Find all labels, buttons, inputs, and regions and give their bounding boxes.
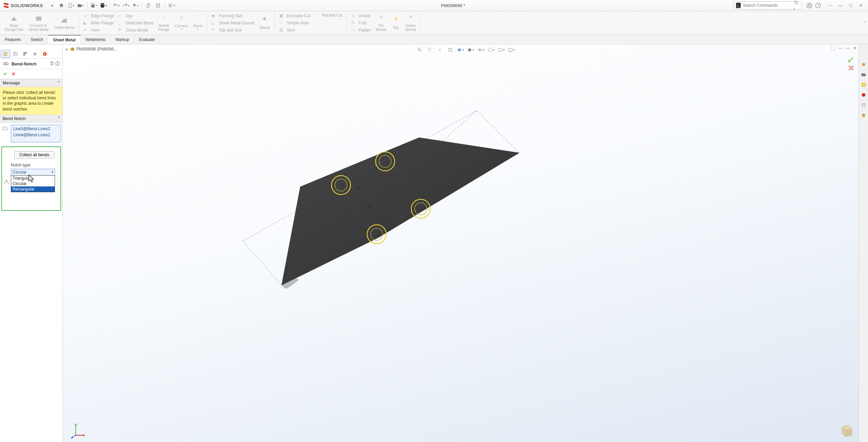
- search-commands[interactable]: ›_ ▾: [734, 1, 801, 9]
- fold-button[interactable]: ⇱Fold: [349, 20, 373, 26]
- taskpane-part-icon[interactable]: [860, 61, 867, 68]
- search-icon[interactable]: ▾: [794, 0, 799, 11]
- tab-sketch[interactable]: Sketch: [26, 35, 48, 44]
- option-rectangular[interactable]: Rectangular: [11, 186, 55, 192]
- search-input[interactable]: [743, 3, 794, 8]
- list-item[interactable]: Line4@Bend-Lines2: [12, 132, 60, 138]
- rebuild-icon[interactable]: [154, 1, 163, 10]
- fm-tab-dimxpert-icon[interactable]: ⊕: [30, 50, 40, 58]
- extruded-cut-button[interactable]: ▣Extruded Cut: [277, 13, 313, 19]
- viewport-restore-icon[interactable]: ▭: [846, 46, 850, 51]
- tree-expand-icon[interactable]: ▸: [66, 47, 68, 52]
- viewport-close-icon[interactable]: ✕: [853, 46, 856, 51]
- convert-sheetmetal-button[interactable]: Convert to Sheet Metal: [26, 12, 51, 34]
- option-circular[interactable]: Circular: [11, 181, 55, 186]
- tab-sheet-metal[interactable]: Sheet Metal: [48, 35, 81, 44]
- model-geometry[interactable]: [148, 72, 521, 288]
- home-icon[interactable]: [57, 1, 66, 10]
- user-icon[interactable]: [805, 1, 814, 10]
- minimize-icon[interactable]: —: [826, 1, 835, 10]
- ribbon-group-flanges: ▱Edge Flange ◣Miter Flange ⊂Hem ⌐Jog ⎯Sk…: [79, 11, 207, 35]
- ribbon-expand-icon[interactable]: ⌃: [863, 21, 866, 25]
- base-flange-button[interactable]: Base Flange/Tab: [2, 12, 26, 34]
- notch-type-select[interactable]: Circular ▾ Triangular Circular Rectangul…: [11, 169, 55, 176]
- sketched-bend-button[interactable]: ⎯Sketched Bend: [116, 20, 155, 26]
- list-item[interactable]: Line3@Bend-Lines2: [12, 126, 60, 132]
- edit-appearance-icon[interactable]: ▾: [487, 46, 495, 54]
- taskpane-custom-icon[interactable]: [860, 101, 867, 109]
- bend-button[interactable]: ⌒Bend▾: [191, 12, 205, 34]
- redo-icon[interactable]: ▾: [121, 1, 130, 10]
- tab-slot-button[interactable]: ⊓Tab and Slot: [209, 27, 257, 34]
- taskpane-folder-icon[interactable]: [860, 71, 867, 78]
- forming-tool-button[interactable]: ◉Forming Tool: [209, 13, 257, 19]
- simple-hole-button[interactable]: ○Simple Hole: [277, 20, 313, 26]
- jog-button[interactable]: ⌐Jog: [116, 13, 155, 19]
- section-view-icon[interactable]: [446, 46, 455, 54]
- pm-help-icon[interactable]: ⓘ: [55, 61, 60, 67]
- flatten-button[interactable]: ▭Flatten: [349, 27, 373, 34]
- rip-button[interactable]: ⚡Rip: [389, 12, 403, 34]
- select-icon[interactable]: ▾: [131, 1, 140, 10]
- feature-tree-breadcrumb[interactable]: ▸ PM009696 (PM0096...: [66, 46, 117, 52]
- option-triangular[interactable]: Triangular: [11, 176, 55, 181]
- tab-weldments[interactable]: Weldments: [81, 35, 111, 44]
- no-bends-button[interactable]: ⊘No Bends: [373, 12, 389, 34]
- previous-view-icon[interactable]: [436, 46, 445, 54]
- viewport-minimize-icon[interactable]: —: [838, 46, 843, 51]
- orientation-triad[interactable]: Y: [69, 422, 86, 439]
- lofted-bend-button[interactable]: Lofted-Bend: [51, 12, 77, 34]
- options-gear-icon[interactable]: ▾: [167, 1, 176, 10]
- pm-detailed-help-icon[interactable]: ⍰: [51, 61, 53, 67]
- apply-scene-icon[interactable]: ▾: [497, 46, 506, 54]
- view-settings-icon[interactable]: ▾: [507, 46, 516, 54]
- close-icon[interactable]: ✕: [856, 1, 865, 10]
- taskpane-home-icon[interactable]: [860, 112, 867, 119]
- fm-tab-config-icon[interactable]: [20, 50, 30, 58]
- undo-icon[interactable]: ▾: [112, 1, 121, 10]
- view-orientation-icon[interactable]: ▾: [456, 46, 465, 54]
- ok-button[interactable]: ✔: [3, 71, 7, 77]
- taskpane-properties-icon[interactable]: [860, 81, 867, 88]
- unfold-button[interactable]: ⇲Unfold: [349, 13, 373, 19]
- tab-evaluate[interactable]: Evaluate: [134, 35, 160, 44]
- fm-tab-property-icon[interactable]: [11, 50, 20, 58]
- stamp-button[interactable]: ⬢Stamp: [257, 12, 273, 34]
- view-cube[interactable]: [837, 422, 854, 439]
- graphics-viewport[interactable]: ▾ ▾ ▾ ▾ ▾ ▾ ⛶ — ▭ ✕ ✔ ✖: [63, 44, 868, 442]
- miter-flange-button[interactable]: ◣Miter Flange: [81, 20, 116, 26]
- bend-lines-listbox[interactable]: Line3@Bend-Lines2 Line4@Bend-Lines2: [11, 125, 61, 142]
- pm-section-bend-notch[interactable]: Bend Notch˄: [0, 115, 62, 123]
- restore-icon[interactable]: ▭: [836, 1, 845, 10]
- hem-button[interactable]: ⊂Hem: [81, 27, 116, 34]
- attach-icon[interactable]: [144, 1, 153, 10]
- tab-features[interactable]: Features: [0, 35, 26, 44]
- zoom-fit-icon[interactable]: [415, 46, 424, 54]
- cancel-button[interactable]: ✕: [12, 71, 16, 77]
- save-icon[interactable]: ▾: [89, 1, 98, 10]
- vent-button[interactable]: ▤Vent: [277, 27, 313, 34]
- insert-bends-button[interactable]: ⊕Insert Bends: [403, 12, 419, 34]
- print-icon[interactable]: ▾: [99, 1, 108, 10]
- edge-flange-button[interactable]: ▱Edge Flange: [81, 13, 116, 19]
- maximize-icon[interactable]: ◻: [846, 1, 855, 10]
- normal-cut-button[interactable]: ⬚Normal Cut: [313, 12, 345, 19]
- cross-break-button[interactable]: ✕Cross-Break: [116, 27, 155, 34]
- fm-tab-feature-tree-icon[interactable]: [1, 50, 10, 58]
- open-icon[interactable]: ▾: [76, 1, 85, 10]
- swept-flange-button[interactable]: ⬭Swept Flange: [155, 12, 172, 34]
- collect-all-bends-button[interactable]: Collect all bends: [14, 151, 54, 159]
- display-style-icon[interactable]: ▾: [466, 46, 475, 54]
- taskpane-appearance-icon[interactable]: [860, 91, 867, 99]
- menu-flyout-icon[interactable]: ▸: [48, 1, 57, 10]
- pm-section-message[interactable]: Message˄: [0, 79, 62, 87]
- hide-show-icon[interactable]: ▾: [476, 46, 485, 54]
- help-icon[interactable]: ?: [814, 1, 823, 10]
- gusset-button[interactable]: ◺Sheet Metal Gusset: [209, 20, 257, 26]
- fm-tab-display-icon[interactable]: [40, 50, 50, 58]
- corners-button[interactable]: ◱Corners▾: [172, 12, 191, 34]
- tab-markup[interactable]: Markup: [111, 35, 134, 44]
- new-doc-icon[interactable]: ▾: [67, 1, 75, 10]
- zoom-area-icon[interactable]: [426, 46, 434, 54]
- viewport-expand-icon[interactable]: ⛶: [831, 46, 835, 51]
